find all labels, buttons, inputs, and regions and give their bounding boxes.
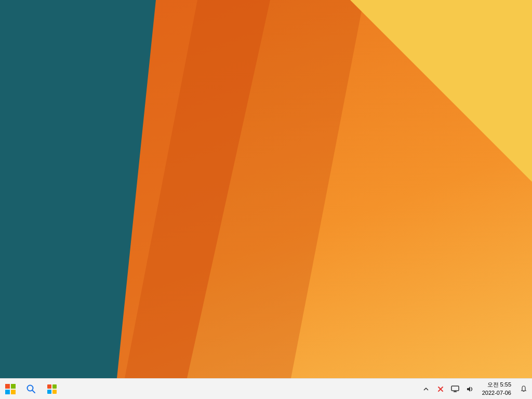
notification-button[interactable] — [517, 379, 530, 400]
svg-rect-76 — [451, 386, 459, 391]
svg-rect-71 — [52, 384, 57, 389]
tray-display[interactable] — [449, 383, 461, 395]
store-button[interactable] — [42, 379, 62, 400]
x-icon — [437, 385, 444, 393]
tray-chevron[interactable] — [420, 383, 432, 395]
tray-volume[interactable] — [463, 383, 476, 395]
search-button[interactable] — [21, 379, 42, 400]
clock-date: 2022-07-06 — [482, 389, 511, 397]
desktop: 메인보드 🍀 Clover H 한셀 2022 — [0, 0, 532, 378]
chevron-up-icon — [423, 386, 429, 392]
notification-icon — [520, 385, 527, 393]
system-tray: 오전 5:55 2022-07-06 — [420, 379, 532, 400]
svg-rect-70 — [47, 384, 51, 389]
tray-x[interactable] — [434, 383, 447, 395]
windows-logo — [5, 384, 16, 394]
svg-line-68 — [32, 390, 35, 393]
clock[interactable]: 오전 5:55 2022-07-06 — [478, 379, 515, 400]
svg-rect-73 — [52, 390, 57, 394]
store-icon — [47, 384, 57, 394]
display-icon — [451, 385, 459, 393]
volume-icon — [466, 385, 474, 393]
search-icon — [26, 384, 36, 394]
svg-rect-72 — [47, 390, 51, 394]
start-button[interactable] — [0, 379, 21, 400]
clock-time: 오전 5:55 — [487, 381, 511, 389]
taskbar: 오전 5:55 2022-07-06 — [0, 378, 532, 399]
